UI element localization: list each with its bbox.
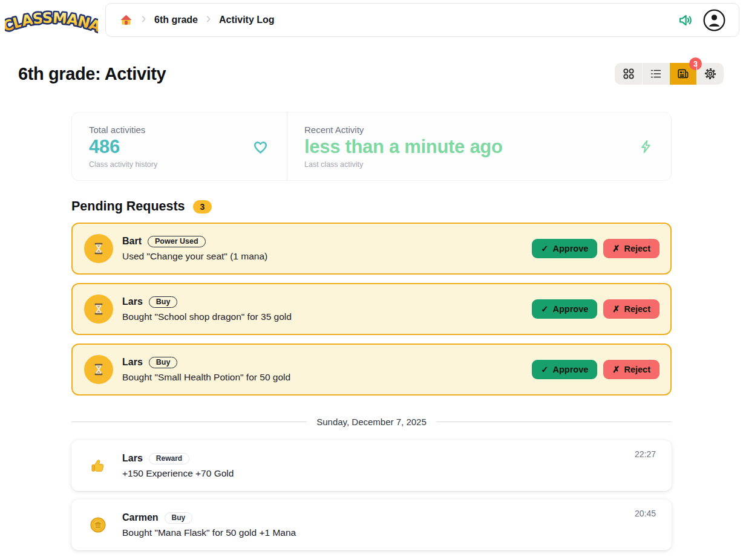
- activity-type-tag: Buy: [165, 512, 193, 524]
- sound-icon[interactable]: [677, 12, 693, 28]
- check-icon: ✓: [541, 244, 548, 253]
- check-icon: ✓: [541, 365, 548, 374]
- student-name: Bart: [122, 236, 142, 247]
- divider-line: [436, 422, 672, 422]
- pending-request-card: Bart Power Used Used "Change your seat" …: [71, 223, 672, 275]
- pending-request-card: Lars Buy Bought "School shop dragon" for…: [71, 283, 672, 335]
- date-header: Sunday, December 7, 2025: [316, 417, 427, 427]
- stat-recent-activity: Recent Activity less than a minute ago L…: [287, 112, 671, 180]
- home-icon[interactable]: [119, 13, 133, 27]
- approve-button[interactable]: ✓ Approve: [532, 360, 597, 379]
- request-description: Bought "School shop dragon" for 35 gold: [122, 311, 292, 322]
- stat-value: less than a minute ago: [304, 136, 503, 158]
- coin-icon: [90, 516, 106, 533]
- activity-log-view-icon[interactable]: 3: [669, 63, 696, 85]
- chevron-right-icon: [204, 15, 213, 26]
- page-title: 6th grade: Activity: [18, 64, 166, 84]
- request-description: Bought "Small Health Potion" for 50 gold: [122, 372, 290, 383]
- stat-value: 486: [89, 136, 157, 158]
- student-name: Carmen: [122, 512, 159, 523]
- cross-icon: ✗: [612, 244, 620, 253]
- student-name: Lars: [122, 357, 143, 368]
- breadcrumb: 6th grade Activity Log: [119, 13, 275, 27]
- stat-sublabel: Last class activity: [304, 160, 503, 169]
- request-type-tag: Buy: [149, 296, 178, 308]
- stat-label: Recent Activity: [304, 125, 503, 135]
- activity-description: Bought "Mana Flask" for 50 gold +1 Mana: [122, 527, 296, 538]
- approve-button[interactable]: ✓ Approve: [532, 299, 597, 319]
- hourglass-icon: [84, 234, 113, 263]
- breadcrumb-activity-log: Activity Log: [219, 15, 275, 25]
- activity-log-entry: Carmen Buy Bought "Mana Flask" for 50 go…: [71, 500, 672, 550]
- profile-avatar-icon[interactable]: [703, 9, 725, 31]
- approve-button[interactable]: ✓ Approve: [532, 239, 597, 258]
- cross-icon: ✗: [612, 304, 620, 314]
- reject-button[interactable]: ✗ Reject: [603, 299, 660, 319]
- activity-type-tag: Reward: [149, 453, 189, 464]
- pending-requests-heading: Pending Requests: [71, 199, 185, 214]
- settings-gear-icon[interactable]: [696, 63, 724, 85]
- hourglass-icon: [84, 295, 113, 324]
- top-bar: CLASSMANA 6th grade Activity Log: [0, 0, 743, 39]
- stat-total-activities: Total activities 486 Class activity hist…: [72, 112, 287, 180]
- list-view-icon[interactable]: [642, 63, 669, 85]
- svg-text:CLASSMANA: CLASSMANA: [5, 9, 98, 35]
- student-name: Lars: [122, 296, 143, 307]
- date-divider: Sunday, December 7, 2025: [71, 417, 672, 427]
- check-icon: ✓: [541, 304, 548, 314]
- heart-icon: [251, 137, 270, 156]
- stat-sublabel: Class activity history: [89, 160, 157, 169]
- divider-line: [71, 422, 307, 422]
- pending-request-card: Lars Buy Bought "Small Health Potion" fo…: [71, 343, 672, 396]
- breadcrumb-class[interactable]: 6th grade: [154, 15, 198, 25]
- classmana-logo[interactable]: CLASSMANA: [5, 3, 105, 42]
- chevron-right-icon: [139, 15, 148, 26]
- activity-log-entry: Lars Reward +150 Experience +70 Gold 22:…: [71, 440, 672, 491]
- request-description: Used "Change your seat" (1 mana): [122, 251, 267, 262]
- pending-count-pill: 3: [193, 200, 212, 213]
- cross-icon: ✗: [612, 365, 620, 374]
- activity-time: 22:27: [635, 449, 656, 459]
- request-type-tag: Power Used: [148, 236, 206, 247]
- hourglass-icon: [84, 355, 113, 384]
- lightning-icon: [638, 138, 654, 155]
- student-name: Lars: [122, 453, 143, 464]
- stats-panel: Total activities 486 Class activity hist…: [71, 112, 672, 181]
- grid-view-icon[interactable]: [615, 63, 642, 85]
- activity-time: 20:45: [635, 509, 656, 518]
- reject-button[interactable]: ✗ Reject: [603, 239, 660, 258]
- view-toggle-group: 3: [615, 63, 724, 85]
- activity-description: +150 Experience +70 Gold: [122, 468, 234, 479]
- request-type-tag: Buy: [149, 357, 178, 368]
- stat-label: Total activities: [89, 125, 157, 135]
- header-bar: 6th grade Activity Log: [105, 3, 739, 37]
- thumbs-up-icon: [90, 457, 106, 474]
- reject-button[interactable]: ✗ Reject: [603, 360, 660, 379]
